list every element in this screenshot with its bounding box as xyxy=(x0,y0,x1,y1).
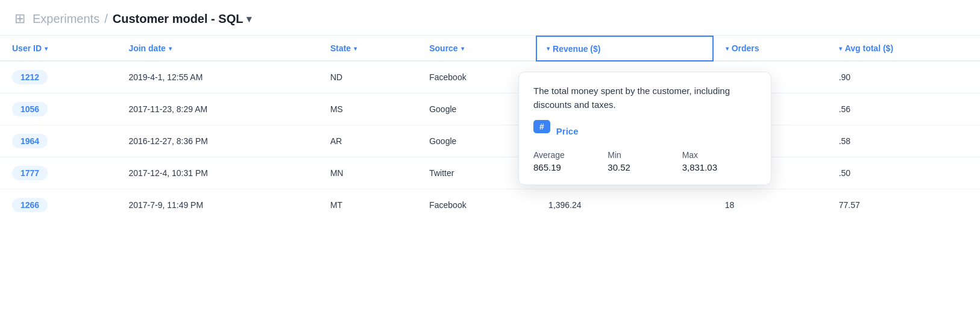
cell-orders: 18 xyxy=(713,189,827,221)
breadcrumb-separator: / xyxy=(104,12,108,26)
cell-revenue: 1,396.24 xyxy=(536,189,713,221)
tooltip-description: The total money spent by the customer, i… xyxy=(533,84,756,112)
column-tooltip: The total money spent by the customer, i… xyxy=(518,72,771,185)
cell-state: ND xyxy=(318,61,417,93)
breadcrumb-parent[interactable]: Experiments xyxy=(33,12,99,26)
stat-value-avg: 865.19 xyxy=(533,162,608,172)
page-title: Customer model - SQL xyxy=(113,12,243,26)
sort-icon-join-date: ▾ xyxy=(169,45,172,52)
cell-avg-total: .56 xyxy=(827,93,980,125)
breadcrumb-current[interactable]: Customer model - SQL ▾ xyxy=(113,12,252,26)
cell-join-date: 2016-12-27, 8:36 PM xyxy=(116,125,318,157)
sort-icon-user-id: ▾ xyxy=(45,45,48,52)
hash-icon: # xyxy=(539,122,544,131)
grid-icon: ⊞ xyxy=(14,11,25,27)
table-container: User ID ▾ Join date ▾ State ▾ xyxy=(0,36,980,221)
cell-state: AR xyxy=(318,125,417,157)
cell-avg-total: 77.57 xyxy=(827,189,980,221)
sort-icon-source: ▾ xyxy=(461,45,464,52)
col-header-avg-total[interactable]: ▾ Avg total ($) xyxy=(827,36,980,61)
sort-icon-orders: ▾ xyxy=(726,45,729,52)
cell-user-id: 1266 xyxy=(0,189,116,221)
cell-state: MT xyxy=(318,189,417,221)
chevron-down-icon[interactable]: ▾ xyxy=(247,13,251,25)
cell-user-id: 1964 xyxy=(0,125,116,157)
data-table: User ID ▾ Join date ▾ State ▾ xyxy=(0,36,980,221)
table-header-row: User ID ▾ Join date ▾ State ▾ xyxy=(0,36,980,61)
cell-avg-total: .90 xyxy=(827,61,980,93)
cell-join-date: 2017-12-4, 10:31 PM xyxy=(116,157,318,189)
cell-user-id: 1777 xyxy=(0,157,116,189)
tooltip-field-name: Price xyxy=(556,126,579,136)
col-header-join-date[interactable]: Join date ▾ xyxy=(116,36,318,61)
cell-state: MS xyxy=(318,93,417,125)
col-header-revenue[interactable]: ▾ Revenue ($) xyxy=(536,36,713,61)
table-row: 1266 2017-7-9, 11:49 PM MT Facebook 1,39… xyxy=(0,189,980,221)
cell-user-id: 1212 xyxy=(0,61,116,93)
sort-icon-revenue-left: ▾ xyxy=(547,45,550,52)
stat-value-min: 30.52 xyxy=(608,162,682,172)
col-header-source[interactable]: Source ▾ xyxy=(417,36,536,61)
col-header-state[interactable]: State ▾ xyxy=(318,36,417,61)
stat-label-avg: Average xyxy=(533,150,608,160)
cell-join-date: 2019-4-1, 12:55 AM xyxy=(116,61,318,93)
stat-label-max: Max xyxy=(682,150,756,160)
breadcrumb: Experiments / Customer model - SQL ▾ xyxy=(33,12,251,26)
sort-icon-avg: ▾ xyxy=(839,45,842,52)
tooltip-stats: Average Min Max 865.19 30.52 3,831.03 xyxy=(533,150,756,172)
table-row: 1964 2016-12-27, 8:36 PM AR Google .58 xyxy=(0,125,980,157)
cell-state: MN xyxy=(318,157,417,189)
col-header-orders[interactable]: ▾ Orders xyxy=(713,36,827,61)
stat-label-min: Min xyxy=(608,150,682,160)
table-row: 1212 2019-4-1, 12:55 AM ND Facebook .90 xyxy=(0,61,980,93)
sort-icon-state: ▾ xyxy=(354,45,357,52)
cell-user-id: 1056 xyxy=(0,93,116,125)
tooltip-field-row: # Price xyxy=(533,120,756,142)
cell-avg-total: .50 xyxy=(827,157,980,189)
cell-join-date: 2017-7-9, 11:49 PM xyxy=(116,189,318,221)
header: ⊞ Experiments / Customer model - SQL ▾ xyxy=(0,0,980,36)
cell-avg-total: .58 xyxy=(827,125,980,157)
cell-source: Facebook xyxy=(417,189,536,221)
stat-value-max: 3,831.03 xyxy=(682,162,756,172)
col-header-user-id[interactable]: User ID ▾ xyxy=(0,36,116,61)
field-type-tag: # xyxy=(533,120,550,133)
table-row: 1056 2017-11-23, 8:29 AM MS Google .56 xyxy=(0,93,980,125)
cell-join-date: 2017-11-23, 8:29 AM xyxy=(116,93,318,125)
table-row: 1777 2017-12-4, 10:31 PM MN Twitter .50 xyxy=(0,157,980,189)
